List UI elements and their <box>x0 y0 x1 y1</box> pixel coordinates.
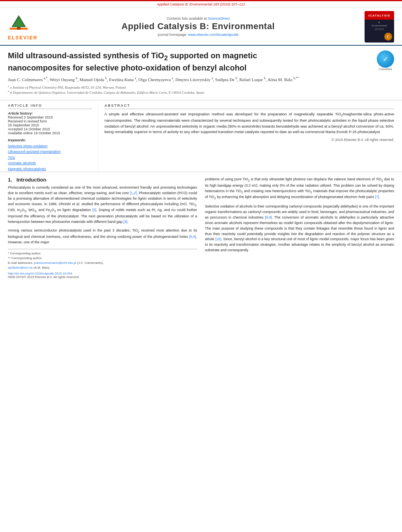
homepage-text: journal homepage: <box>158 33 187 37</box>
doi-anchor[interactable]: http://dx.doi.org/10.1016/j.apcatb.2015.… <box>8 272 72 275</box>
footnote-star2: ** Corresponding author. <box>8 256 197 261</box>
keyword-2[interactable]: Ultrasound-assisted impregnation <box>8 149 92 154</box>
email-1-link[interactable]: jcarloscomenares@ichf.edu.pl <box>34 261 76 265</box>
text-col-left: 1. Introduction Photocatalysis is curren… <box>8 177 197 279</box>
issn-text: 0926-3373/© 2015 Elsevier B.V. All right… <box>8 275 197 279</box>
ref-5-6[interactable]: [5,6] <box>189 235 196 239</box>
homepage-url[interactable]: www.elsevier.com/locate/apcatb <box>188 33 238 37</box>
available-date: Available online 19 October 2015 <box>8 131 92 135</box>
journal-info-center: Contents lists available at ScienceDirec… <box>121 17 275 37</box>
article-title: Mild ultrasound-assisted synthesis of Ti… <box>8 50 257 73</box>
elsevier-logo-area: ELSEVIER <box>8 13 37 41</box>
email-1-name: (J.C. Colmenares), <box>77 261 104 265</box>
journal-title: Applied Catalysis B: Environmental <box>121 21 275 32</box>
footnote-2-text: ** Corresponding author. <box>8 256 43 260</box>
footnote-email: E-mail addresses: jcarloscomenares@ichf.… <box>8 261 197 270</box>
journal-citation: Applied Catalysis B: Environmental 183 (… <box>157 2 245 6</box>
keywords-label: Keywords: <box>8 138 92 142</box>
ref-8-9[interactable]: [8,9] <box>265 215 272 219</box>
doi-link[interactable]: http://dx.doi.org/10.1016/j.apcatb.2015.… <box>8 272 197 275</box>
ref-4[interactable]: [4] <box>123 220 127 224</box>
homepage-line: journal homepage: www.elsevier.com/locat… <box>121 33 275 37</box>
catalysis-logo-detail: B:Environmental 183 (2016) <box>366 21 393 31</box>
received-revised-label: Received in revised form <box>8 119 92 123</box>
sciencedirect-link[interactable]: ScienceDirect <box>208 17 230 20</box>
section-title-text: Introduction <box>17 177 47 183</box>
ref-7[interactable]: [7] <box>375 195 379 199</box>
received-date: Received 3 September 2015 <box>8 115 92 119</box>
accepted-date: Accepted 14 October 2015 <box>8 127 92 131</box>
history-section: Article history: Received 3 September 20… <box>8 111 92 135</box>
contents-line: Contents lists available at ScienceDirec… <box>121 17 275 20</box>
intro-paragraph-2: Among various semiconductor photocatalys… <box>8 228 197 245</box>
cat-logo-emblem: C <box>384 33 392 41</box>
abstract-column: ABSTRACT A simple and effective ultrasou… <box>104 104 394 172</box>
article-body: ARTICLE INFO Article history: Received 3… <box>0 100 402 172</box>
catalysis-logo: ICATALYSIS B:Environmental 183 (2016) C <box>365 11 394 43</box>
crossmark-icon[interactable]: ✓ <box>377 50 394 68</box>
ref-10[interactable]: [10] <box>215 237 221 241</box>
contents-text: Contents lists available at <box>167 17 207 20</box>
email-2-link[interactable]: qa2bahu@uco.es <box>8 266 33 269</box>
abstract-label: ABSTRACT <box>104 104 394 109</box>
keyword-3[interactable]: TiO₂ <box>8 155 92 160</box>
section-number: 1. <box>8 177 12 183</box>
article-info-column: ARTICLE INFO Article history: Received 3… <box>8 104 99 172</box>
affiliation-a: a Institute of Physical Chemistry PAS, K… <box>10 85 126 89</box>
catalysis-logo-area: ICATALYSIS B:Environmental 183 (2016) C <box>359 11 394 43</box>
catalysis-logo-label: ICATALYSIS <box>368 14 391 17</box>
and-word: and <box>339 210 345 214</box>
svg-rect-3 <box>17 27 20 29</box>
email-label: E-mail addresses: <box>8 261 33 265</box>
elsevier-tree-icon <box>8 13 30 35</box>
page: Applied Catalysis B: Environmental 183 (… <box>0 0 402 532</box>
right-paragraph-2: Selective oxidation of alcohols to their… <box>205 204 394 253</box>
history-label: Article history: <box>8 111 92 115</box>
right-paragraph-1: problems of using pure TiO2 is that only… <box>205 177 394 201</box>
ref-3[interactable]: [3] <box>92 208 96 212</box>
copyright-line: © 2015 Elsevier B.V. All rights reserved… <box>104 138 394 144</box>
keyword-4[interactable]: Aromatic alcohols <box>8 160 92 166</box>
ref-1-2[interactable]: [1,2] <box>130 191 137 195</box>
crossmark-area: ✓ CrossMark <box>377 50 394 70</box>
footnote-star1: * Corresponding author. <box>8 251 197 256</box>
received-revised-date: 29 September 2015 <box>8 123 92 127</box>
keyword-5[interactable]: Magnetic photocatalysts <box>8 166 92 172</box>
email-2-name: (A.M. Balu). <box>34 266 50 269</box>
crossmark-label: CrossMark <box>379 68 392 70</box>
text-col-right: problems of using pure TiO2 is that only… <box>205 177 394 279</box>
keyword-1[interactable]: Selective photo-oxidation <box>8 143 92 149</box>
citation-bar: Applied Catalysis B: Environmental 183 (… <box>0 1 402 8</box>
page-header: ELSEVIER Contents lists available at Sci… <box>0 8 402 44</box>
section-1-title: 1. Introduction <box>8 177 197 183</box>
affiliations: a a Institute of Physical Chemistry PAS,… <box>8 85 394 95</box>
footnote-1-text: * Corresponding author. <box>8 252 41 255</box>
intro-paragraph-1: Photocatalysis is currently considered a… <box>8 185 197 225</box>
article-header: Mild ultrasound-assisted synthesis of Ti… <box>0 46 402 100</box>
abstract-text: A simple and effective ultrasound-assist… <box>104 111 394 135</box>
affiliation-b: b Departamento de Química Orgánica, Univ… <box>10 91 204 95</box>
footnotes: * Corresponding author. ** Corresponding… <box>8 249 197 270</box>
authors-list: Juan C. Colmenares a,*, Weiyi Ouyang b, … <box>8 76 394 83</box>
article-info-label: ARTICLE INFO <box>8 104 92 109</box>
main-content: 1. Introduction Photocatalysis is curren… <box>0 172 402 283</box>
title-row: Mild ultrasound-assisted synthesis of Ti… <box>8 50 394 73</box>
elsevier-text: ELSEVIER <box>8 35 37 41</box>
